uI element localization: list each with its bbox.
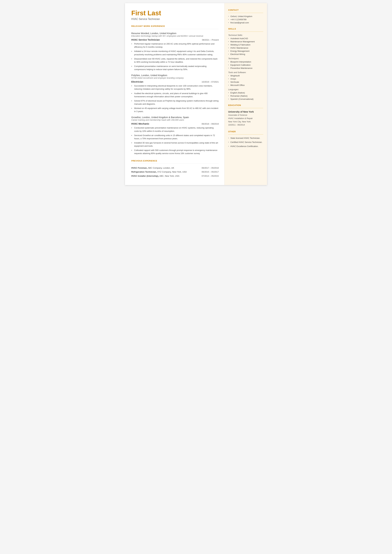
resume-container: First Last HVAC Service Technician RELEV…: [125, 3, 267, 185]
prev-item-1: HVAC Foreman, ABC Company, London, UK 06…: [131, 167, 219, 170]
techniques-list: Blueprint Interpretation Equipment Calib…: [228, 61, 263, 69]
job-title: HVAC Service Technician: [131, 18, 219, 21]
tools-category: Tools and Software:: [228, 71, 263, 74]
job-bullets-3: Conducted systematic preventative mainte…: [131, 126, 219, 155]
employer-1-name: Resume Worded, London, United Kingdom: [131, 32, 219, 35]
job-title-1: HVAC Service Technician: [131, 38, 160, 41]
tech-skill-3: Welding & Fabrication: [228, 43, 263, 46]
education-institution: University of New York: [228, 110, 263, 113]
language-1: English (Native): [228, 92, 263, 94]
education-field: HVAC Installation & Repair: [228, 117, 253, 120]
prev-dates-2: 06/2015 – 05/2017: [202, 170, 219, 173]
prev-title-3: HVAC Installer (Internship),: [131, 175, 159, 177]
language-2: Romanian (Native): [228, 95, 263, 97]
education-divider: [228, 108, 263, 108]
technique-1: Blueprint Interpretation: [228, 61, 263, 63]
contact-section-title: CONTACT: [228, 9, 263, 11]
previous-section: HVAC Foreman, ABC Company, London, UK 06…: [131, 167, 219, 178]
job-title-2: Electrician: [131, 80, 143, 83]
skills-section-title: SKILLS: [228, 28, 263, 30]
tech-skills-list: Autodesk AutoCAD Maintenance Management …: [228, 37, 263, 55]
other-divider: [228, 134, 263, 135]
prev-title-2: Refrigeration Technician,: [131, 171, 157, 173]
prev-item-3: HVAC Installer (Internship), ABC, New Yo…: [131, 175, 219, 178]
relevant-work-section-title: RELEVANT WORK EXPERIENCE: [131, 25, 219, 27]
bullet-1-3: Disassembled over 69 HVAC units, repaire…: [131, 57, 219, 64]
job-header-3: HVAC Mechanic 06/2018 – 09/2019: [131, 122, 219, 125]
employer-3-desc: Career training and membership SaaS with…: [131, 119, 219, 121]
other-item-3: HVAC Excellence Certification.: [228, 145, 263, 148]
employer-2-desc: NYSE-listed recruitment and employer bra…: [131, 77, 219, 79]
employer-1-desc: Education technology startup with 50+ em…: [131, 35, 219, 37]
job-dates-3: 06/2018 – 09/2019: [202, 123, 219, 125]
bullet-2-4: Worked on 45 equipment with varying volt…: [131, 107, 219, 113]
other-item-2: Certified HVAC Service Technician.: [228, 141, 263, 144]
prev-title-1: HVAC Foreman,: [131, 167, 147, 169]
employer-block-1: Resume Worded, London, United Kingdom Ed…: [131, 32, 219, 71]
job-dates-1: 08/2021 – Present: [202, 39, 219, 41]
education-section-title: EDUCATION: [228, 104, 263, 107]
left-column: First Last HVAC Service Technician RELEV…: [125, 3, 224, 185]
employer-block-3: Growthsi, London, United Kingdom & Barce…: [131, 116, 219, 155]
bullet-2-3: Solved 97% of electrical issues at Polyh…: [131, 99, 219, 106]
other-item-1: State licensed HVAC Technician.: [228, 137, 263, 140]
bullet-3-3: Installed 30 new gas furnaces in several…: [131, 141, 219, 148]
name: First Last: [131, 9, 219, 17]
employer-block-2: Polyhire, London, United Kingdom NYSE-li…: [131, 74, 219, 113]
prev-company-1: ABC Company, London, UK: [147, 167, 174, 169]
prev-company-3: ABC, New York, USA: [159, 175, 180, 177]
languages-category: Languages:: [228, 88, 263, 91]
bullet-3-1: Conducted systematic preventative mainte…: [131, 126, 219, 133]
education-dates: 10/2011 - 06/2014: [228, 124, 245, 126]
education-location: New York City, New York: [228, 121, 251, 123]
prev-company-2: XYZ Company, New York, USA: [157, 171, 187, 173]
education-degree: Associate of Science: [228, 114, 247, 116]
contact-item-3: first.last@gmail.com: [228, 21, 263, 24]
job-header-2: Electrician 10/2019 – 07/2021: [131, 80, 219, 83]
job-dates-2: 10/2019 – 07/2021: [202, 81, 219, 83]
tech-skill-6: Electrical Wiring: [228, 53, 263, 55]
language-3: Spanish (Conversational): [228, 98, 263, 100]
bullet-1-4: Completed preventative maintenance on se…: [131, 65, 219, 71]
prev-item-2: Refrigeration Technician, XYZ Company, N…: [131, 170, 219, 173]
tool-4: Microsoft Office: [228, 84, 263, 86]
tech-skills-category: Technical Skills:: [228, 34, 263, 36]
prev-dates-3: 07/2014 – 05/2015: [202, 175, 219, 178]
other-section-title: OTHER: [228, 130, 263, 133]
tech-skill-1: Autodesk AutoCAD: [228, 37, 263, 40]
bullet-2-1: Succeeded in interpreting electrical blu…: [131, 84, 219, 91]
job-bullets-2: Succeeded in interpreting electrical blu…: [131, 84, 219, 113]
job-title-3: HVAC Mechanic: [131, 122, 149, 125]
contact-item-2: +44 0 123456789: [228, 18, 263, 21]
tool-3: SimScale: [228, 81, 263, 83]
tech-skill-4: HVAC Maintenance: [228, 47, 263, 49]
tool-2: Ansys: [228, 78, 263, 80]
contact-item-1: Oxford, United Kingdom: [228, 15, 263, 18]
education-details: Associate of Science HVAC Installation &…: [228, 114, 263, 127]
bullet-1-2: Initiated a 24-hour remote monitoring of…: [131, 50, 219, 56]
previous-divider: [131, 163, 219, 164]
prev-dates-1: 06/2017 – 05/2018: [202, 167, 219, 170]
job-bullets-1: Performed regular maintenance on 200 AC …: [131, 42, 219, 71]
tech-skill-2: Maintenance Management: [228, 40, 263, 43]
employer-2-name: Polyhire, London, United Kingdom: [131, 74, 219, 77]
tools-list: Wrightsoft Ansys SimScale Microsoft Offi…: [228, 75, 263, 86]
bullet-2-2: Audited the electrical systems, circuits…: [131, 92, 219, 98]
job-header-1: HVAC Service Technician 08/2021 – Presen…: [131, 38, 219, 41]
tech-skill-5: Energy Management: [228, 50, 263, 52]
bullet-3-4: Cultivated rapport with 500 customers th…: [131, 149, 219, 155]
bullet-3-2: Serviced Growthsi air conditioning units…: [131, 134, 219, 140]
employer-3-name: Growthsi, London, United Kingdom & Barce…: [131, 116, 219, 119]
technique-3: Preventive Maintenance: [228, 67, 263, 69]
bullet-1-1: Performed regular maintenance on 200 AC …: [131, 42, 219, 49]
contact-list: Oxford, United Kingdom +44 0 123456789 f…: [228, 15, 263, 24]
technique-2: Equipment Calibration: [228, 64, 263, 66]
other-list: State licensed HVAC Technician. Certifie…: [228, 137, 263, 148]
previous-section-title: PREVIOUS EXPERIENCE: [131, 160, 219, 162]
tool-1: Wrightsoft: [228, 75, 263, 77]
right-column: CONTACT Oxford, United Kingdom +44 0 123…: [224, 3, 267, 185]
techniques-category: Techniques:: [228, 57, 263, 60]
contact-divider: [228, 13, 263, 13]
languages-list: English (Native) Romanian (Native) Spani…: [228, 92, 263, 100]
